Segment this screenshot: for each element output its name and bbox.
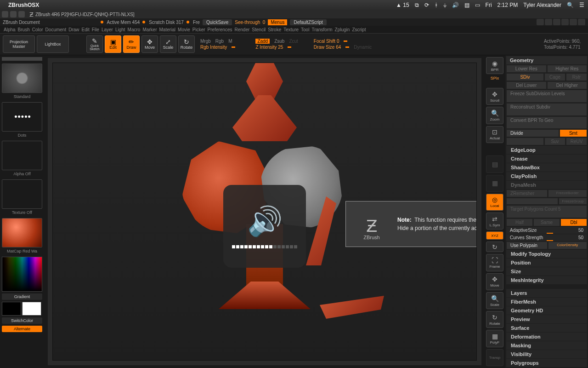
menu-transform[interactable]: Transform	[311, 27, 332, 32]
bpr-button[interactable]: ◉BPR	[486, 57, 503, 74]
polygroups-section[interactable]: Polygroups	[506, 359, 587, 367]
edit-button[interactable]: ▣Edit	[105, 35, 121, 53]
fibermesh-section[interactable]: FiberMesh	[506, 298, 587, 306]
menu-macro[interactable]: Macro	[128, 27, 141, 32]
flag-icon[interactable]: ▤	[464, 2, 469, 8]
color-picker[interactable]	[2, 257, 42, 292]
move-nav-button[interactable]: ✥Move	[486, 273, 503, 290]
rgb-toggle[interactable]: Rgb	[215, 39, 224, 44]
del-lower-button[interactable]: Del Lower	[506, 81, 547, 89]
move-button[interactable]: ✥Move	[141, 35, 158, 53]
menu-picker[interactable]: Picker	[192, 27, 205, 32]
crease-section[interactable]: Crease	[506, 155, 587, 163]
zremesher-button[interactable]: ZRemesher	[506, 190, 548, 197]
wifi-icon[interactable]: ⏚	[443, 2, 447, 8]
menu-render[interactable]: Render	[235, 27, 250, 32]
persp-button[interactable]: ▤	[486, 155, 503, 172]
menu-color[interactable]: Color	[32, 27, 43, 32]
menu-zplugin[interactable]: Zplugin	[335, 27, 350, 32]
rgb-intensity-label[interactable]: Rgb Intensity	[200, 45, 227, 50]
visibility-section[interactable]: Visibility	[506, 350, 587, 358]
target-polygons[interactable]: Target Polygons Count 5	[506, 205, 587, 218]
lightbox-button[interactable]: LightBox	[37, 35, 69, 53]
quicksketch-button[interactable]: ✎Quick Sketch	[86, 35, 103, 53]
higher-res-button[interactable]: Higher Res	[547, 65, 588, 73]
zoom-button[interactable]: 🔍Zoom	[486, 107, 503, 124]
adaptive-size-slider[interactable]: AdaptiveSize50	[506, 227, 587, 234]
dynamic-toggle[interactable]: Dynamic	[354, 45, 372, 50]
texture-thumbnail[interactable]: Texture Off	[2, 179, 42, 209]
draw-size-label[interactable]: Draw Size 64	[314, 45, 341, 50]
battery-icon[interactable]: ▭	[475, 2, 480, 8]
lsym-button[interactable]: ⇄L.Sym	[486, 213, 503, 230]
rotate-nav-button[interactable]: ↻Rotate	[486, 311, 503, 328]
xyz-button[interactable]: XYZ	[486, 231, 503, 240]
colordensity-button[interactable]: ColorDensity	[548, 242, 588, 249]
clock-time[interactable]: 2:12 PM	[498, 2, 518, 8]
use-polypaint-button[interactable]: Use Polypain	[506, 242, 548, 249]
same-button[interactable]: Same	[533, 218, 560, 226]
scroll-button[interactable]: ✥Scroll	[486, 88, 503, 105]
menu-icon[interactable]: ☰	[579, 2, 584, 8]
volume-icon[interactable]: 🔊	[452, 2, 459, 8]
geometryhd-section[interactable]: Geometry HD	[506, 306, 587, 315]
reconstruct-button[interactable]: Reconstruct Subdiv	[506, 103, 587, 116]
focal-shift-label[interactable]: Focal Shift 0	[314, 39, 339, 44]
m-toggle[interactable]: M	[228, 39, 232, 44]
claypolish-section[interactable]: ClayPolish	[506, 172, 587, 180]
dropbox-icon[interactable]: ⧉	[415, 2, 419, 8]
edgeloop-section[interactable]: EdgeLoop	[506, 146, 587, 154]
scale-nav-button[interactable]: 🔍Scale	[486, 292, 503, 309]
app-name[interactable]: ZBrushOSX	[8, 2, 39, 8]
layout-btn[interactable]	[570, 19, 577, 25]
swatch-white[interactable]	[22, 302, 41, 316]
freezegroup-button[interactable]: FreezeGroup	[559, 198, 587, 205]
dynamesh-section[interactable]: DynaMesh	[506, 181, 587, 189]
freeze-subdiv-button[interactable]: Freeze SubDivision Levels	[506, 90, 587, 103]
preview-section[interactable]: Preview	[506, 315, 587, 323]
suv-button[interactable]: Suv	[544, 138, 565, 145]
menu-edit[interactable]: Edit	[82, 27, 90, 32]
zadd-toggle[interactable]: Zadd	[255, 39, 270, 44]
position-section[interactable]: Position	[506, 259, 587, 267]
alternate-button[interactable]: Alternate	[2, 326, 42, 332]
del-higher-button[interactable]: Del Higher	[547, 81, 588, 89]
menu-movie[interactable]: Movie	[178, 27, 190, 32]
menu-zscript[interactable]: Zscript	[352, 27, 366, 32]
deformation-section[interactable]: Deformation	[506, 333, 587, 341]
freezeborder-button[interactable]: FreezeBorder	[548, 190, 588, 197]
spotlight-icon[interactable]: 🔍	[567, 2, 574, 8]
meshintegrity-section[interactable]: MeshIntegrity	[506, 276, 587, 284]
smt-button[interactable]: Smt	[560, 129, 587, 137]
close-icon[interactable]	[2, 11, 8, 17]
menu-alpha[interactable]: Alpha	[4, 27, 16, 32]
canvas[interactable]: ƵZBrush Note: This function requires the…	[48, 58, 481, 365]
sdiv-slider[interactable]: SDiv	[506, 73, 544, 81]
menu-draw[interactable]: Draw	[68, 27, 79, 32]
lower-res-button[interactable]: Lower Res	[506, 65, 547, 73]
cage-button[interactable]: Cage	[544, 73, 565, 81]
swatch-black[interactable]	[2, 302, 21, 316]
z-intensity-label[interactable]: Z Intensity 25	[255, 45, 283, 50]
adobe-icon[interactable]: ▲ 15	[396, 2, 409, 8]
zsub-toggle[interactable]: Zsub	[274, 39, 284, 44]
menu-texture[interactable]: Texture	[283, 27, 299, 32]
stroke-thumbnail[interactable]: Dots	[2, 102, 42, 132]
layout-btn[interactable]	[561, 19, 569, 25]
floor-button[interactable]: ▦	[486, 175, 503, 192]
transp-button[interactable]: Transp	[486, 349, 503, 366]
zcut-toggle[interactable]: Zcut	[289, 39, 298, 44]
lock-icon[interactable]	[578, 19, 585, 25]
polyf-button[interactable]: ▦PolyF	[486, 330, 503, 347]
shadowbox-section[interactable]: ShadowBox	[506, 163, 587, 172]
scale-button[interactable]: ⤢Scale	[160, 35, 176, 53]
menu-brush[interactable]: Brush	[18, 27, 30, 32]
half-button[interactable]: Half	[506, 218, 533, 226]
geometry-header[interactable]: Geometry	[506, 56, 587, 64]
layers-section[interactable]: Layers	[506, 289, 587, 297]
menu-file[interactable]: File	[92, 27, 99, 32]
masking-section[interactable]: Masking	[506, 341, 587, 350]
rotate-icon-button[interactable]: ↻	[486, 242, 503, 253]
layout-btn[interactable]	[537, 19, 544, 25]
user-name[interactable]: Tyler Alexander	[523, 2, 561, 8]
